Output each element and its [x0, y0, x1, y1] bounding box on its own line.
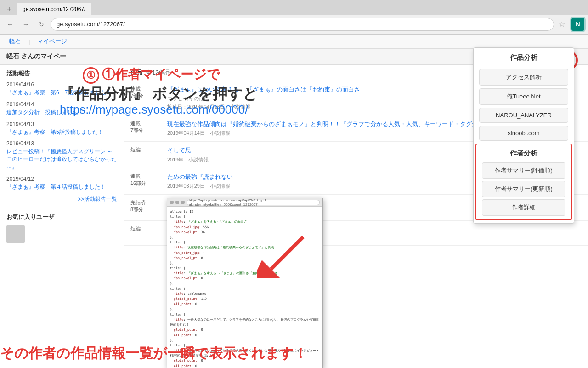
activity-link[interactable]: 『ざまぁ』考察 第5話投稿しました！: [6, 128, 117, 136]
address-bar-row: ← → ↻ ☆ N: [0, 15, 588, 34]
work-meta: 連載 16部分: [130, 173, 163, 190]
left-sidebar: 活動報告 2019/04/16 『ざまぁ』考察 第6・7話投稿しました！ 201…: [0, 65, 124, 368]
activity-date: 2019/04/13: [6, 140, 117, 147]
activity-title: 活動報告: [6, 69, 117, 78]
dropdown-item-analyzer[interactable]: NAROU_ANALYZER: [479, 108, 568, 123]
work-meta: 連載 7部分: [130, 120, 163, 137]
page-content: 軽石 | マイページ 軽石 さんのマイペー 活動報告 2019/04/16 『ざ…: [0, 34, 588, 368]
works-count: 全12作品: [146, 69, 170, 77]
work-parts: 16部分: [130, 180, 163, 187]
dropdown-item-author-summary-update[interactable]: 作者サマリー(更新順): [482, 181, 565, 197]
browser-chrome: + ge.syosetu.com/1272067/ ← → ↻ ☆ N: [0, 0, 588, 34]
thumb-content: allcount: 12 title: { title: 『ざまぁ』を考える-『…: [167, 207, 322, 368]
thumb-address: https://api.syosetu.com/noveisapi/api/?o…: [187, 200, 320, 205]
tab-bar: + ge.syosetu.com/1272067/: [0, 0, 588, 15]
back-button[interactable]: ←: [4, 18, 17, 31]
forward-button[interactable]: →: [19, 18, 32, 31]
work-meta: 短編: [130, 225, 163, 241]
reload-button[interactable]: ↻: [35, 18, 48, 31]
activity-date: 2019/04/14: [6, 101, 117, 108]
fav-users-section: お気に入りユーザ: [0, 208, 124, 248]
activity-link[interactable]: 追加タグ分析 投稿しました！: [6, 109, 117, 116]
dropdown-item-author-summary-eval[interactable]: 作者サマリー(評価順): [482, 162, 565, 179]
work-meta: 連載 7部分: [130, 86, 163, 110]
fav-users-title: お気に入りユーザ: [6, 213, 117, 221]
work-parts: 7部分: [130, 127, 163, 134]
work-parts: 7部分: [130, 92, 163, 99]
list-item: 2019/04/13 『ざまぁ』考察 第5話投稿しました！: [6, 121, 117, 136]
dropdown-item-access[interactable]: アクセス解析: [479, 69, 568, 86]
work-type: 連載: [130, 120, 163, 127]
thumb-titlebar: https://api.syosetu.com/noveisapi/api/?o…: [167, 198, 322, 207]
activity-date: 2019/04/12: [6, 176, 117, 182]
work-type: 完結済: [130, 199, 163, 206]
activity-section: 活動報告 2019/04/16 『ざまぁ』考察 第6・7話投稿しました！ 201…: [0, 65, 124, 208]
work-type: 連載: [130, 173, 163, 180]
dropdown-section1-title: 作品分析: [474, 48, 574, 66]
avatar: [6, 225, 25, 243]
list-item: 2019/04/12 『ざまぁ』考察 第４話投稿しました！: [6, 176, 117, 191]
dropdown-item-tueee[interactable]: 俺Tueee.Net: [479, 88, 568, 105]
dropdown-menu: 作品分析 アクセス解析 俺Tueee.Net NAROU_ANALYZER si…: [473, 47, 574, 224]
activity-date: 2019/04/16: [6, 81, 117, 88]
breadcrumb-home[interactable]: 軽石: [9, 37, 21, 46]
work-type: 短編: [130, 225, 163, 232]
activity-link[interactable]: 『ざまぁ』考察 第４話投稿しました！: [6, 183, 117, 191]
list-item: 2019/04/16 『ざまぁ』考察 第6・7話投稿しました！: [6, 81, 117, 97]
dropdown-item-author-detail[interactable]: 作者詳細: [482, 199, 565, 216]
list-item: 2019/04/14 追加タグ分析 投稿しました！: [6, 101, 117, 116]
activity-link[interactable]: 『ざまぁ』考察 第6・7話投稿しました！: [6, 89, 117, 97]
work-parts: 8部分: [130, 206, 163, 213]
list-item: 2019/04/13 レビュー投稿！『極悪怪人デスグリーン ～このヒーローだけは…: [6, 140, 117, 171]
new-tab-button[interactable]: +: [4, 4, 15, 15]
tab-label: ge.syosetu.com/1272067/: [23, 6, 85, 12]
author-analysis-section: 作者分析 作者サマリー(評価順) 作者サマリー(更新順) 作者詳細: [475, 144, 572, 220]
mypage-title: 軽石 さんのマイペー: [6, 52, 66, 60]
address-input[interactable]: [51, 18, 554, 31]
work-type: 短編: [130, 146, 163, 153]
screenshot-thumbnail: https://api.syosetu.com/noveisapi/api/?o…: [167, 198, 323, 368]
works-label: 作品: [130, 69, 142, 77]
breadcrumb-mypage[interactable]: マイページ: [37, 37, 67, 46]
dropdown-section2-title: 作者分析: [478, 146, 569, 161]
work-type: 連載: [130, 86, 163, 92]
activity-link[interactable]: レビュー投稿！『極悪怪人デスグリーン ～このヒーローだけは追放してはならなかった…: [6, 148, 117, 171]
dropdown-item-sinoobi[interactable]: sinoobi.com: [479, 126, 568, 141]
work-meta: 短編: [130, 146, 163, 163]
activity-more-link[interactable]: >>活動報告一覧: [6, 196, 117, 203]
activity-date: 2019/04/13: [6, 121, 117, 127]
site-header: 軽石 | マイページ: [0, 34, 588, 49]
active-tab[interactable]: ge.syosetu.com/1272067/: [17, 3, 91, 15]
extension-icon[interactable]: N: [571, 18, 584, 31]
work-meta: 完結済 8部分: [130, 199, 163, 216]
bookmark-button[interactable]: ☆: [557, 20, 567, 29]
